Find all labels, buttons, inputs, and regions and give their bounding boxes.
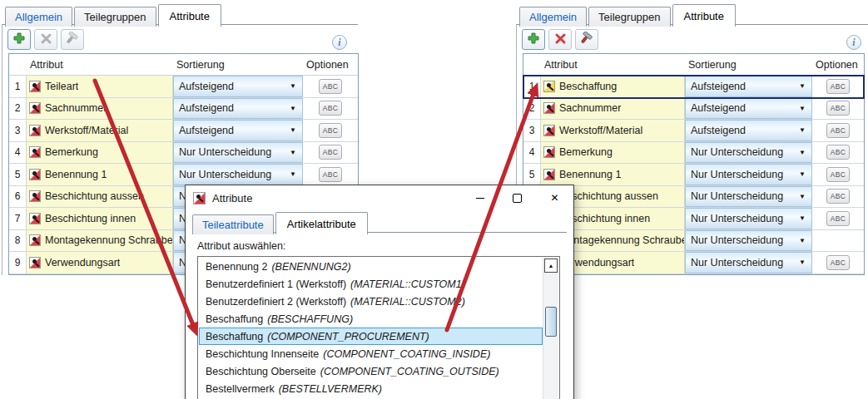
table-row[interactable]: 2 Sachnummer Aufsteigend ▼ ABC xyxy=(523,98,864,121)
add-attribute-button[interactable] xyxy=(522,29,545,50)
sort-dropdown[interactable]: Nur Unterscheidung ▼ xyxy=(685,208,812,229)
abc-options-button[interactable]: ABC xyxy=(826,101,850,116)
sort-dropdown[interactable]: Aufsteigend ▼ xyxy=(685,98,812,120)
info-icon[interactable]: i xyxy=(332,35,347,50)
add-attribute-button[interactable] xyxy=(7,29,31,50)
tab-allgemein[interactable]: Allgemein xyxy=(5,7,72,27)
sort-dropdown[interactable]: Aufsteigend ▼ xyxy=(173,98,303,120)
dialog-titlebar[interactable]: Attribute ✕ xyxy=(186,185,573,210)
table-row[interactable]: 3 Werkstoff/Material Aufsteigend ▼ ABC xyxy=(9,120,358,142)
scroll-up-button[interactable]: ▲ xyxy=(544,259,558,273)
list-item[interactable]: Beschichtung Oberseite (COMPONENT_COATIN… xyxy=(199,362,543,380)
table-row[interactable]: 2 Sachnummer Aufsteigend ▼ ABC xyxy=(9,98,358,121)
table-row[interactable]: 4 Bemerkung Nur Unterscheidung ▼ ABC xyxy=(523,142,864,165)
scrollbar-thumb[interactable] xyxy=(545,307,557,337)
sort-value: Nur Unterscheidung xyxy=(691,169,783,180)
abc-options-button[interactable]: ABC xyxy=(319,101,342,116)
attribute-name: Verwendungsart xyxy=(45,257,120,268)
plus-icon xyxy=(12,32,26,47)
tab-allgemein[interactable]: Allgemein xyxy=(519,7,587,27)
abc-options-button[interactable]: ABC xyxy=(826,79,850,94)
abc-options-button[interactable]: ABC xyxy=(826,211,850,226)
attribute-name: Benennung 1 xyxy=(45,169,107,180)
row-number: 2 xyxy=(9,98,27,120)
chevron-down-icon: ▼ xyxy=(290,170,296,178)
delete-attribute-button[interactable] xyxy=(34,29,57,50)
abc-options-button[interactable]: ABC xyxy=(319,167,342,182)
attribute-type-icon xyxy=(543,169,555,180)
sort-dropdown[interactable]: Aufsteigend ▼ xyxy=(173,120,303,141)
sort-dropdown[interactable]: Aufsteigend ▼ xyxy=(685,76,812,97)
attribute-code: (COMPONENT_COATING_OUTSIDE) xyxy=(320,366,499,377)
dialog-title: Attribute xyxy=(212,192,252,204)
abc-options-button[interactable]: ABC xyxy=(826,255,850,270)
sort-value: Aufsteigend xyxy=(179,125,234,136)
table-row[interactable]: 5 Benennung 1 Nur Unterscheidung ▼ ABC xyxy=(523,164,864,186)
tab-attribute[interactable]: Attribute xyxy=(672,4,736,27)
table-row[interactable]: 4 Bemerkung Nur Unterscheidung ▼ ABC xyxy=(9,142,358,165)
list-item[interactable]: Beschaffung (COMPONENT_PROCUREMENT) xyxy=(199,328,543,345)
abc-options-button[interactable]: ABC xyxy=(319,145,342,160)
sort-dropdown[interactable]: Aufsteigend ▼ xyxy=(685,120,812,141)
header-sortierung: Sortierung xyxy=(173,59,303,71)
sort-value: Nur Unterscheidung xyxy=(691,213,783,224)
options-cell: ABC xyxy=(812,208,864,229)
minimize-button[interactable] xyxy=(461,185,498,210)
table-row[interactable]: 8 Montagekennung Schrauben Nur Untersche… xyxy=(523,230,864,253)
table-row[interactable]: 1 Beschaffung Aufsteigend ▼ ABC xyxy=(523,76,864,98)
list-item[interactable]: Beschaffung (BESCHAFFUNG) xyxy=(199,310,543,328)
scrollbar[interactable]: ▲ xyxy=(543,258,558,399)
chevron-down-icon: ▼ xyxy=(290,105,296,112)
attribute-cell: Werkstoff/Material xyxy=(541,120,685,141)
abc-options-button[interactable]: ABC xyxy=(826,145,850,160)
scroll-up-icon: ▲ xyxy=(548,263,554,268)
sort-dropdown[interactable]: Nur Unterscheidung ▼ xyxy=(173,164,303,185)
maximize-button[interactable] xyxy=(498,185,536,210)
attribute-cell: Benennung 1 xyxy=(541,164,685,185)
list-item[interactable]: Beschichtung Innenseite (COMPONENT_COATI… xyxy=(199,345,543,362)
sort-dropdown[interactable]: Nur Unterscheidung ▼ xyxy=(685,230,812,252)
attribute-code: (COMPONENT_PROCUREMENT) xyxy=(267,331,429,342)
edit-attribute-button[interactable] xyxy=(575,29,598,50)
delete-attribute-button[interactable] xyxy=(548,29,572,50)
tab-teilegruppen[interactable]: Teilegruppen xyxy=(588,7,670,27)
tab-artikelattribute[interactable]: Artikelattribute xyxy=(275,212,368,234)
list-item[interactable]: Benennung 2 (BENENNUNG2) xyxy=(199,258,543,275)
sort-dropdown[interactable]: Aufsteigend ▼ xyxy=(173,76,303,97)
tab-teileattribute[interactable]: Teileattribute xyxy=(192,214,274,234)
info-icon[interactable]: i xyxy=(846,35,861,50)
list-item[interactable]: Bestellvermerk (BESTELLVERMERK) xyxy=(199,380,543,397)
sort-dropdown[interactable]: Nur Unterscheidung ▼ xyxy=(173,142,303,164)
tab-attribute[interactable]: Attribute xyxy=(158,4,221,27)
tab-teilegruppen[interactable]: Teilegruppen xyxy=(74,7,156,27)
abc-options-button[interactable]: ABC xyxy=(826,167,850,182)
abc-options-button[interactable]: ABC xyxy=(826,189,850,204)
delete-x-icon xyxy=(554,32,567,47)
close-button[interactable]: ✕ xyxy=(536,185,573,210)
delete-x-icon xyxy=(40,32,52,47)
table-row[interactable]: 3 Werkstoff/Material Aufsteigend ▼ ABC xyxy=(523,120,864,142)
table-row[interactable]: 9 Verwendungsart Nur Unterscheidung ▼ AB… xyxy=(523,252,864,274)
pin-icon xyxy=(547,83,551,87)
abc-options-button[interactable]: ABC xyxy=(319,123,342,138)
attribute-display-name: Beschaffung xyxy=(206,331,263,342)
table-row[interactable]: 7 Beschichtung innen Nur Unterscheidung … xyxy=(523,208,864,230)
pin-icon xyxy=(32,127,37,131)
abc-options-button[interactable]: ABC xyxy=(319,79,342,94)
table-row[interactable]: 5 Benennung 1 Nur Unterscheidung ▼ ABC xyxy=(9,164,358,186)
attribute-type-icon xyxy=(543,102,555,114)
list-item[interactable]: Benutzerdefiniert 1 (Werkstoff) (MATERIA… xyxy=(199,275,543,293)
sort-dropdown[interactable]: Nur Unterscheidung ▼ xyxy=(685,252,812,273)
table-row[interactable]: 1 Teileart Aufsteigend ▼ ABC xyxy=(9,76,358,98)
sort-dropdown[interactable]: Nur Unterscheidung ▼ xyxy=(685,164,812,185)
edit-attribute-button[interactable] xyxy=(61,29,84,50)
sort-dropdown[interactable]: Nur Unterscheidung ▼ xyxy=(685,186,812,208)
chevron-down-icon: ▼ xyxy=(799,149,806,156)
sort-value: Nur Unterscheidung xyxy=(691,257,783,268)
list-item[interactable]: Benutzerdefiniert 2 (Werkstoff) (MATERIA… xyxy=(199,293,543,310)
sort-dropdown[interactable]: Nur Unterscheidung ▼ xyxy=(685,142,812,164)
table-row[interactable]: 6 Beschichtung aussen Nur Unterscheidung… xyxy=(523,186,864,209)
row-number: 3 xyxy=(9,120,27,141)
chevron-down-icon: ▼ xyxy=(290,149,296,156)
abc-options-button[interactable]: ABC xyxy=(826,123,850,138)
